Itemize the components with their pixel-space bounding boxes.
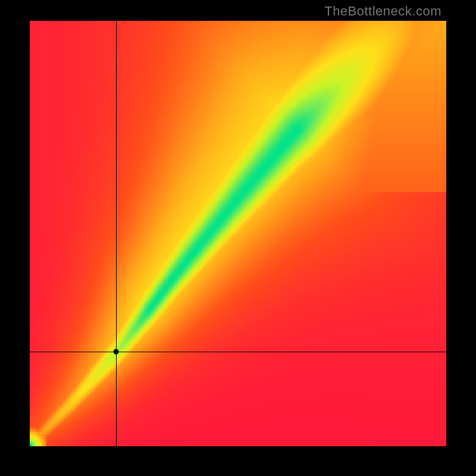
heatmap-canvas: [30, 21, 446, 446]
attribution-label: TheBottleneck.com: [324, 4, 441, 19]
plot-area: [30, 21, 446, 446]
data-point-marker: [113, 349, 118, 355]
crosshair-vertical: [116, 21, 117, 446]
crosshair-horizontal: [30, 352, 446, 352]
chart-container: TheBottleneck.com: [0, 0, 476, 476]
